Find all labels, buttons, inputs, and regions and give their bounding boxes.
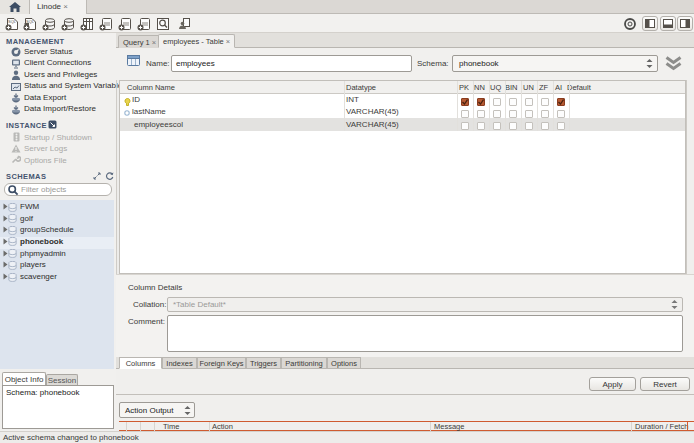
svg-text:SQL: SQL <box>8 19 17 24</box>
svg-text:SQL: SQL <box>26 19 35 24</box>
